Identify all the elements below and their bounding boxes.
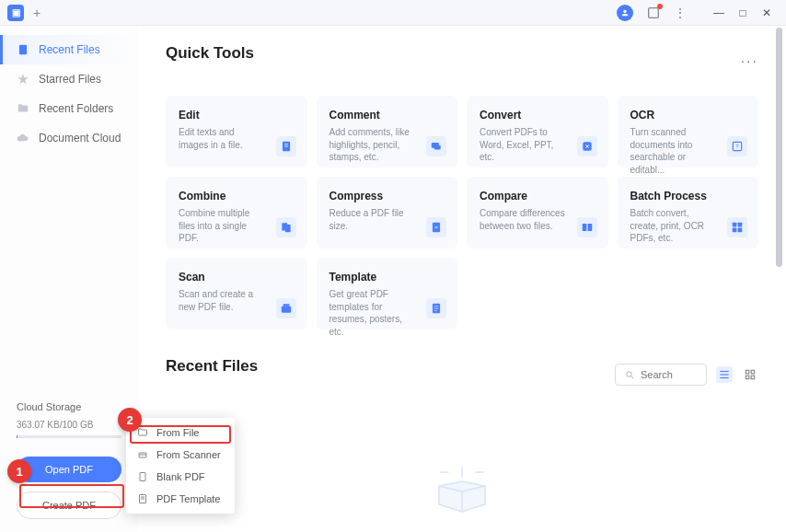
svg-rect-31: [746, 376, 749, 379]
svg-point-24: [627, 371, 632, 376]
scanner-icon: [137, 449, 148, 460]
star-icon: [17, 73, 29, 86]
notification-icon[interactable]: [646, 6, 661, 20]
template-icon: [426, 298, 446, 318]
tool-title: Scan: [179, 271, 295, 283]
svg-rect-2: [19, 45, 27, 55]
svg-line-25: [631, 376, 633, 377]
sidebar-item-label: Starred Files: [39, 73, 101, 86]
folder-outline-icon: [137, 427, 148, 438]
sidebar-item-recent-files[interactable]: Recent Files: [0, 35, 138, 64]
open-pdf-button[interactable]: Open PDF: [17, 457, 121, 482]
svg-rect-18: [281, 306, 291, 313]
annotation-badge-2: 2: [118, 408, 142, 432]
scan-icon: [276, 298, 296, 318]
svg-rect-15: [738, 223, 743, 227]
tool-card-convert[interactable]: ConvertConvert PDFs to Word, Excel, PPT,…: [467, 96, 608, 168]
user-avatar-icon[interactable]: [617, 5, 633, 21]
sidebar-item-document-cloud[interactable]: Document Cloud: [0, 123, 138, 153]
tool-title: OCR: [630, 109, 746, 121]
tool-card-compare[interactable]: CompareCompare differences between two f…: [467, 177, 608, 249]
quick-tools-title: Quick Tools: [166, 44, 254, 63]
titlebar: ▣ + ⋮ — □ ✕: [0, 0, 786, 26]
tool-card-template[interactable]: TemplateGet great PDF templates for resu…: [317, 258, 458, 330]
tool-title: Comment: [329, 109, 445, 121]
search-input[interactable]: [641, 369, 696, 380]
svg-text:T: T: [735, 144, 739, 149]
minimize-button[interactable]: —: [707, 4, 731, 22]
tool-card-combine[interactable]: CombineCombine multiple files into a sin…: [166, 177, 307, 249]
svg-rect-30: [751, 370, 755, 374]
folder-icon: [17, 102, 29, 115]
cloud-storage-bar: [17, 435, 121, 438]
sidebar-item-label: Recent Files: [39, 43, 100, 56]
new-tab-button[interactable]: +: [33, 6, 40, 20]
svg-rect-16: [733, 228, 737, 233]
kebab-menu-icon[interactable]: ⋮: [674, 6, 687, 20]
tool-title: Template: [329, 271, 445, 283]
empty-box-illustration: [425, 458, 499, 514]
cloud-storage-title: Cloud Storage: [17, 401, 121, 412]
sidebar-item-label: Recent Folders: [39, 102, 113, 115]
tool-title: Edit: [179, 109, 295, 121]
more-icon[interactable]: ···: [741, 53, 758, 70]
app-logo-icon: ▣: [7, 5, 24, 21]
tool-card-comment[interactable]: CommentAdd comments, like highlights, pe…: [317, 96, 458, 168]
combine-icon: [276, 217, 296, 237]
tool-title: Compare: [480, 190, 595, 202]
menu-item-from-scanner[interactable]: From Scanner: [126, 444, 235, 466]
menu-item-from-file[interactable]: From File: [126, 422, 235, 444]
svg-rect-29: [746, 370, 749, 374]
notification-dot-icon: [657, 4, 663, 9]
svg-rect-17: [738, 228, 743, 233]
menu-item-label: From File: [156, 427, 199, 438]
tool-title: Combine: [179, 190, 295, 202]
menu-item-blank-pdf[interactable]: Blank PDF: [126, 466, 235, 488]
sidebar-item-label: Document Cloud: [39, 132, 121, 145]
tool-title: Compress: [329, 190, 445, 202]
svg-rect-11: [433, 223, 440, 233]
tool-card-batch-process[interactable]: Batch ProcessBatch convert, create, prin…: [618, 177, 759, 249]
scrollbar[interactable]: [776, 28, 782, 267]
main-content: Quick Tools ··· EditEdit texts and image…: [138, 26, 786, 532]
close-button[interactable]: ✕: [755, 4, 779, 22]
create-pdf-menu: From File From Scanner Blank PDF PDF Tem…: [126, 418, 235, 514]
tool-card-ocr[interactable]: OCRTurn scanned documents into searchabl…: [618, 96, 759, 168]
ocr-icon: T: [727, 136, 747, 156]
batch-process-icon: [727, 217, 747, 237]
sidebar-item-starred-files[interactable]: Starred Files: [0, 64, 138, 94]
edit-icon: [276, 136, 296, 156]
search-box[interactable]: [615, 364, 707, 386]
grid-view-toggle[interactable]: [742, 366, 758, 383]
menu-item-label: From Scanner: [156, 449, 221, 460]
cloud-storage-usage: 363.07 KB/100 GB: [17, 420, 121, 430]
svg-rect-13: [587, 224, 592, 231]
sidebar-item-recent-folders[interactable]: Recent Folders: [0, 94, 138, 123]
svg-rect-5: [434, 145, 441, 150]
create-pdf-button[interactable]: Create PDF: [17, 492, 121, 519]
convert-icon: [577, 136, 597, 156]
list-view-toggle[interactable]: [716, 366, 733, 383]
maximize-button[interactable]: □: [731, 4, 755, 22]
tool-title: Batch Process: [630, 190, 746, 202]
svg-rect-32: [751, 376, 755, 379]
tools-grid: EditEdit texts and images in a file.Comm…: [166, 96, 758, 330]
cloud-icon: [17, 132, 29, 145]
compare-icon: [577, 217, 597, 237]
blank-page-icon: [137, 471, 148, 482]
tool-card-edit[interactable]: EditEdit texts and images in a file.: [166, 96, 307, 168]
tool-card-compress[interactable]: CompressReduce a PDF file size.: [317, 177, 458, 249]
file-icon: [17, 43, 29, 56]
menu-item-label: Blank PDF: [156, 471, 205, 482]
svg-rect-1: [649, 7, 659, 17]
svg-rect-14: [733, 223, 737, 227]
svg-rect-12: [582, 224, 586, 231]
compress-icon: [426, 217, 446, 237]
tool-title: Convert: [480, 109, 595, 121]
comment-icon: [426, 136, 446, 156]
sidebar: Recent Files Starred Files Recent Folder…: [0, 26, 138, 532]
menu-item-pdf-template[interactable]: PDF Template: [126, 488, 235, 510]
tool-card-scan[interactable]: ScanScan and create a new PDF file.: [166, 258, 307, 330]
svg-rect-10: [284, 225, 290, 232]
menu-item-label: PDF Template: [156, 493, 221, 504]
